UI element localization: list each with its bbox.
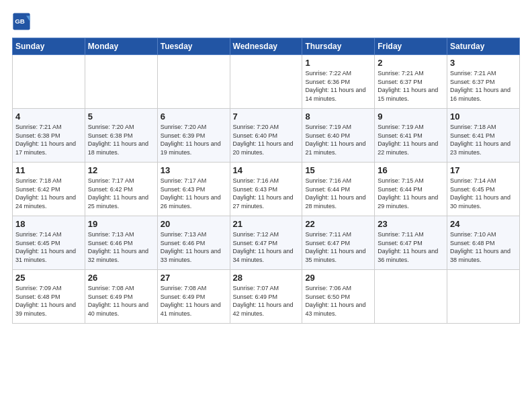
calendar-cell: 27Sunrise: 7:08 AM Sunset: 6:49 PM Dayli… [157,270,230,324]
calendar-cell [157,55,230,109]
day-info: Sunrise: 7:20 AM Sunset: 6:39 PM Dayligh… [161,123,227,156]
day-number: 12 [88,165,154,175]
calendar-cell: 1Sunrise: 7:22 AM Sunset: 6:36 PM Daylig… [302,55,375,109]
weekday-header-tuesday: Tuesday [157,38,230,55]
day-info: Sunrise: 7:17 AM Sunset: 6:42 PM Dayligh… [88,177,154,210]
day-number: 16 [378,165,444,175]
day-number: 11 [15,165,82,175]
day-info: Sunrise: 7:21 AM Sunset: 6:38 PM Dayligh… [15,123,82,156]
week-row-3: 11Sunrise: 7:18 AM Sunset: 6:42 PM Dayli… [13,163,520,216]
calendar-cell: 11Sunrise: 7:18 AM Sunset: 6:42 PM Dayli… [13,163,85,216]
day-number: 6 [161,111,227,122]
calendar-cell: 17Sunrise: 7:14 AM Sunset: 6:45 PM Dayli… [447,163,520,216]
week-row-4: 18Sunrise: 7:14 AM Sunset: 6:45 PM Dayli… [13,216,520,270]
calendar-cell: 6Sunrise: 7:20 AM Sunset: 6:39 PM Daylig… [157,109,230,163]
day-info: Sunrise: 7:09 AM Sunset: 6:48 PM Dayligh… [15,284,82,318]
day-info: Sunrise: 7:21 AM Sunset: 6:37 PM Dayligh… [450,69,517,103]
day-info: Sunrise: 7:20 AM Sunset: 6:38 PM Dayligh… [88,123,154,156]
calendar-cell: 26Sunrise: 7:08 AM Sunset: 6:49 PM Dayli… [85,270,157,324]
calendar-cell [85,55,157,109]
day-info: Sunrise: 7:12 AM Sunset: 6:47 PM Dayligh… [233,230,300,264]
day-number: 5 [88,111,154,122]
day-info: Sunrise: 7:13 AM Sunset: 6:46 PM Dayligh… [161,230,227,264]
day-number: 28 [233,273,300,283]
day-info: Sunrise: 7:14 AM Sunset: 6:45 PM Dayligh… [450,177,517,210]
logo: GB [12,12,34,31]
day-number: 23 [378,219,444,229]
day-info: Sunrise: 7:15 AM Sunset: 6:44 PM Dayligh… [378,177,444,210]
calendar-table: SundayMondayTuesdayWednesdayThursdayFrid… [12,38,520,324]
day-number: 29 [305,273,371,283]
day-number: 25 [15,273,82,283]
calendar-cell: 14Sunrise: 7:16 AM Sunset: 6:43 PM Dayli… [230,163,302,216]
day-info: Sunrise: 7:11 AM Sunset: 6:47 PM Dayligh… [378,230,444,264]
calendar-cell: 13Sunrise: 7:17 AM Sunset: 6:43 PM Dayli… [157,163,230,216]
day-number: 4 [15,111,82,122]
day-info: Sunrise: 7:19 AM Sunset: 6:41 PM Dayligh… [378,123,444,156]
day-number: 27 [161,273,227,283]
calendar-cell [447,270,520,324]
weekday-header-row: SundayMondayTuesdayWednesdayThursdayFrid… [13,38,520,55]
day-info: Sunrise: 7:19 AM Sunset: 6:40 PM Dayligh… [305,123,371,156]
day-number: 15 [305,165,371,175]
day-info: Sunrise: 7:16 AM Sunset: 6:44 PM Dayligh… [305,177,371,210]
calendar-cell: 16Sunrise: 7:15 AM Sunset: 6:44 PM Dayli… [375,163,447,216]
calendar-cell: 23Sunrise: 7:11 AM Sunset: 6:47 PM Dayli… [375,216,447,270]
calendar-cell: 4Sunrise: 7:21 AM Sunset: 6:38 PM Daylig… [13,109,85,163]
calendar-cell: 24Sunrise: 7:10 AM Sunset: 6:48 PM Dayli… [447,216,520,270]
week-row-2: 4Sunrise: 7:21 AM Sunset: 6:38 PM Daylig… [13,109,520,163]
calendar-cell: 22Sunrise: 7:11 AM Sunset: 6:47 PM Dayli… [302,216,375,270]
calendar-cell: 20Sunrise: 7:13 AM Sunset: 6:46 PM Dayli… [157,216,230,270]
day-number: 19 [88,219,154,229]
day-info: Sunrise: 7:22 AM Sunset: 6:36 PM Dayligh… [305,69,371,103]
day-info: Sunrise: 7:10 AM Sunset: 6:48 PM Dayligh… [450,230,517,264]
day-number: 21 [233,219,300,229]
day-number: 26 [88,273,154,283]
calendar-cell: 15Sunrise: 7:16 AM Sunset: 6:44 PM Dayli… [302,163,375,216]
logo-icon: GB [12,12,31,31]
week-row-5: 25Sunrise: 7:09 AM Sunset: 6:48 PM Dayli… [13,270,520,324]
day-info: Sunrise: 7:18 AM Sunset: 6:42 PM Dayligh… [15,177,82,210]
calendar-cell: 10Sunrise: 7:18 AM Sunset: 6:41 PM Dayli… [447,109,520,163]
day-info: Sunrise: 7:08 AM Sunset: 6:49 PM Dayligh… [88,284,154,318]
calendar-cell: 12Sunrise: 7:17 AM Sunset: 6:42 PM Dayli… [85,163,157,216]
day-number: 1 [305,58,371,68]
day-number: 2 [378,58,444,68]
calendar-cell: 9Sunrise: 7:19 AM Sunset: 6:41 PM Daylig… [375,109,447,163]
day-number: 17 [450,165,517,175]
day-number: 3 [450,58,517,68]
day-info: Sunrise: 7:20 AM Sunset: 6:40 PM Dayligh… [233,123,300,156]
calendar-cell: 25Sunrise: 7:09 AM Sunset: 6:48 PM Dayli… [13,270,85,324]
calendar-cell: 18Sunrise: 7:14 AM Sunset: 6:45 PM Dayli… [13,216,85,270]
day-number: 13 [161,165,227,175]
weekday-header-wednesday: Wednesday [230,38,302,55]
calendar-cell: 29Sunrise: 7:06 AM Sunset: 6:50 PM Dayli… [302,270,375,324]
day-number: 22 [305,219,371,229]
calendar-cell [230,55,302,109]
weekday-header-monday: Monday [85,38,157,55]
calendar-cell [375,270,447,324]
calendar-cell: 21Sunrise: 7:12 AM Sunset: 6:47 PM Dayli… [230,216,302,270]
day-number: 10 [450,111,517,122]
day-info: Sunrise: 7:14 AM Sunset: 6:45 PM Dayligh… [15,230,82,264]
weekday-header-friday: Friday [375,38,447,55]
day-info: Sunrise: 7:08 AM Sunset: 6:49 PM Dayligh… [161,284,227,318]
calendar-cell: 2Sunrise: 7:21 AM Sunset: 6:37 PM Daylig… [375,55,447,109]
calendar-cell: 19Sunrise: 7:13 AM Sunset: 6:46 PM Dayli… [85,216,157,270]
calendar-cell: 28Sunrise: 7:07 AM Sunset: 6:49 PM Dayli… [230,270,302,324]
header: GB [12,12,520,31]
day-info: Sunrise: 7:06 AM Sunset: 6:50 PM Dayligh… [305,284,371,318]
day-number: 9 [378,111,444,122]
day-info: Sunrise: 7:07 AM Sunset: 6:49 PM Dayligh… [233,284,300,318]
calendar-cell: 5Sunrise: 7:20 AM Sunset: 6:38 PM Daylig… [85,109,157,163]
day-number: 14 [233,165,300,175]
day-number: 7 [233,111,300,122]
day-info: Sunrise: 7:11 AM Sunset: 6:47 PM Dayligh… [305,230,371,264]
day-info: Sunrise: 7:21 AM Sunset: 6:37 PM Dayligh… [378,69,444,103]
calendar-cell: 8Sunrise: 7:19 AM Sunset: 6:40 PM Daylig… [302,109,375,163]
day-number: 20 [161,219,227,229]
day-number: 8 [305,111,371,122]
day-info: Sunrise: 7:17 AM Sunset: 6:43 PM Dayligh… [161,177,227,210]
weekday-header-sunday: Sunday [13,38,85,55]
day-info: Sunrise: 7:16 AM Sunset: 6:43 PM Dayligh… [233,177,300,210]
